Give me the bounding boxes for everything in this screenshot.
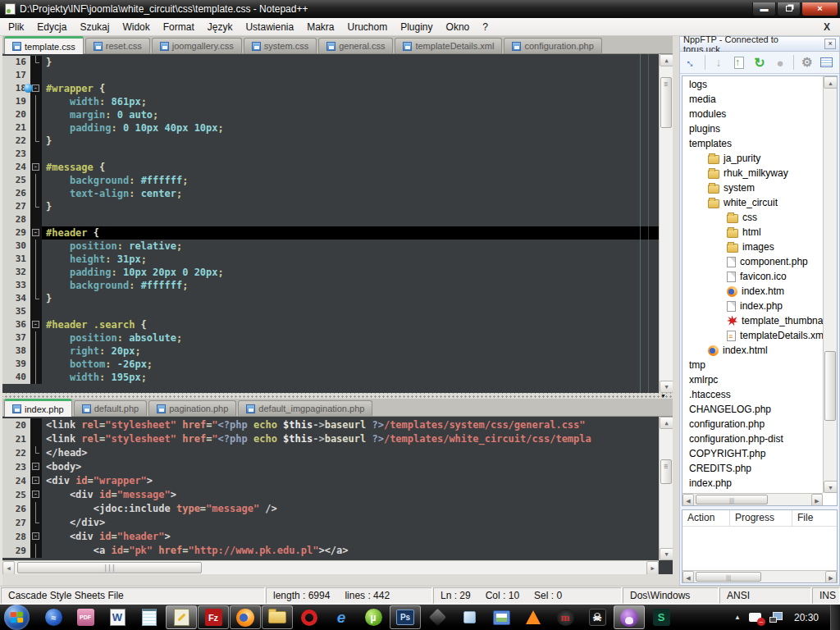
tab-general.css[interactable]: general.css xyxy=(318,38,393,53)
fold-collapse-icon[interactable]: - xyxy=(32,532,39,540)
notepad-plus-plus-taskbar-button[interactable] xyxy=(166,605,197,629)
status-eol-format[interactable]: Dos\Windows xyxy=(623,587,719,604)
scroll-thumb[interactable]: ||| xyxy=(696,495,768,504)
scroll-down-arrow[interactable]: ▼ xyxy=(824,481,838,493)
scroll-right-arrow[interactable]: ▶ xyxy=(646,561,659,574)
tree-item-templateDetails.xml[interactable]: templateDetails.xml xyxy=(682,328,823,343)
scroll-thumb[interactable]: ||| xyxy=(696,572,761,582)
menu-widok[interactable]: Widok xyxy=(116,19,156,35)
scroll-up-arrow[interactable]: ▲ xyxy=(660,417,673,429)
tab-template.css[interactable]: template.css xyxy=(4,36,84,54)
tree-item-ja_purity[interactable]: ja_purity xyxy=(682,151,823,166)
photoshop-taskbar-button[interactable]: Ps xyxy=(390,605,421,629)
menu-szukaj[interactable]: Szukaj xyxy=(73,19,116,35)
minimize-button[interactable]: ▬ xyxy=(752,2,776,16)
menu-jzyk[interactable]: Język xyxy=(201,19,240,35)
menu-plik[interactable]: Plik xyxy=(2,19,30,35)
taskbar-clock[interactable]: 20:30 xyxy=(791,612,822,623)
cube-app-taskbar-button[interactable] xyxy=(454,605,485,629)
menu-ustawienia[interactable]: Ustawienia xyxy=(239,19,300,35)
internet-explorer-taskbar-button[interactable]: e xyxy=(326,605,357,629)
media-player-taskbar-button[interactable]: ≈ xyxy=(38,605,69,629)
php-editor[interactable]: 20<link rel="stylesheet" href="<?php ech… xyxy=(2,417,673,574)
connect-icon[interactable]: ↔ xyxy=(681,52,701,72)
fold-collapse-icon[interactable]: - xyxy=(32,463,39,470)
tab-system.css[interactable]: system.css xyxy=(244,38,317,53)
inkscape-taskbar-button[interactable] xyxy=(422,605,453,629)
nppftp-panel-header[interactable]: NppFTP - Connected to torus.uck.... × xyxy=(680,37,839,52)
menu-close-button[interactable]: X xyxy=(820,21,833,33)
editor-splitter[interactable]: ▼ xyxy=(2,393,673,399)
vlc-taskbar-button[interactable] xyxy=(518,605,549,629)
scroll-right-arrow[interactable]: ▶ xyxy=(825,571,837,583)
scroll-up-arrow[interactable]: ▲ xyxy=(824,76,838,89)
tree-item-logs[interactable]: logs xyxy=(682,77,823,92)
word-taskbar-button[interactable]: W xyxy=(102,605,133,629)
panel-splitter[interactable] xyxy=(673,36,679,586)
tree-hscrollbar[interactable]: ◀ ||| ▶ xyxy=(682,493,823,505)
scroll-left-arrow[interactable]: ◀ xyxy=(682,571,694,583)
notepad-taskbar-button[interactable] xyxy=(134,605,165,629)
action-center-icon[interactable]: – xyxy=(749,613,761,622)
tree-item-index.php[interactable]: index.php xyxy=(682,299,823,313)
scroll-thumb[interactable] xyxy=(824,351,836,421)
refresh-icon[interactable]: ↻ xyxy=(752,55,767,70)
scroll-up-arrow[interactable]: ▲ xyxy=(660,54,673,66)
tree-item-system[interactable]: system xyxy=(682,180,823,195)
status-insert-mode[interactable]: INS xyxy=(812,587,840,604)
tab-pagination.php[interactable]: pagination.php xyxy=(148,400,236,416)
scroll-thumb[interactable]: ||| xyxy=(17,562,202,573)
pdf-creator-taskbar-button[interactable]: PDF xyxy=(70,605,101,629)
start-button[interactable] xyxy=(4,605,30,630)
nppftp-close-button[interactable]: × xyxy=(824,39,836,49)
tab-default.php[interactable]: default.php xyxy=(74,400,147,416)
fold-collapse-icon[interactable]: - xyxy=(32,491,39,498)
status-encoding[interactable]: ANSI xyxy=(719,587,811,604)
pidgin-taskbar-button[interactable] xyxy=(614,605,645,629)
tree-item-templates[interactable]: templates xyxy=(682,136,823,151)
tree-item-html[interactable]: html xyxy=(682,225,823,240)
tree-item-plugins[interactable]: plugins xyxy=(682,121,823,136)
tree-item-index.php[interactable]: index.php xyxy=(682,476,823,491)
tree-item-css[interactable]: css xyxy=(682,210,823,225)
tree-item-CREDITS.php[interactable]: CREDITS.php xyxy=(682,461,823,476)
close-button[interactable]: × xyxy=(801,2,838,16)
fold-collapse-icon[interactable]: - xyxy=(32,84,39,92)
scroll-thumb[interactable]: ≡ xyxy=(660,77,672,128)
show-hidden-icons-button[interactable]: ▲ xyxy=(734,614,741,621)
show-desktop-button[interactable] xyxy=(830,605,840,630)
tree-item-CHANGELOG.php[interactable]: CHANGELOG.php xyxy=(682,402,823,417)
menu-edycja[interactable]: Edycja xyxy=(30,19,73,35)
settings-icon[interactable]: ⚙ xyxy=(800,55,815,70)
tree-item-.htaccess[interactable]: .htaccess xyxy=(682,387,823,402)
tree-item-template_thumbnail.png[interactable]: template_thumbnail.png xyxy=(682,313,823,328)
download-icon[interactable]: ↓ xyxy=(711,55,726,70)
tree-item-favicon.ico[interactable]: favicon.ico xyxy=(682,269,823,284)
tab-index.php[interactable]: index.php xyxy=(4,399,72,417)
filezilla-taskbar-button[interactable]: Fz xyxy=(198,605,229,629)
tree-item-component.php[interactable]: component.php xyxy=(682,254,823,269)
utorrent-taskbar-button[interactable]: µ xyxy=(358,605,389,629)
menu-uruchom[interactable]: Uruchom xyxy=(341,19,395,35)
tab-reset.css[interactable]: reset.css xyxy=(85,38,150,53)
firefox-taskbar-button[interactable] xyxy=(230,605,261,629)
fold-collapse-icon[interactable]: - xyxy=(32,163,39,171)
fold-collapse-icon[interactable]: - xyxy=(32,321,39,328)
fold-collapse-icon[interactable]: - xyxy=(32,477,39,484)
editor2-vscrollbar[interactable]: ▲ ≡ ▼ xyxy=(659,417,673,560)
tab-configuration.php[interactable]: configuration.php xyxy=(504,38,601,53)
tree-item-configuration.php[interactable]: configuration.php xyxy=(682,417,823,431)
scroll-thumb[interactable]: ≡ xyxy=(660,459,672,484)
menu-makra[interactable]: Makra xyxy=(300,19,340,35)
css-editor[interactable]: 16}1718-#wrapper {19 width: 861px;20 mar… xyxy=(2,54,673,393)
editor2-hscrollbar[interactable]: ◀ ||| ▶ xyxy=(2,560,659,574)
screen-capture-taskbar-button[interactable]: S xyxy=(646,605,677,629)
menu-?[interactable]: ? xyxy=(476,19,495,35)
tree-item-index.htm[interactable]: index.htm xyxy=(682,284,823,299)
menu-format[interactable]: Format xyxy=(157,19,201,35)
miranda-taskbar-button[interactable]: m xyxy=(550,605,581,629)
queue-hscrollbar[interactable]: ◀ ||| ▶ xyxy=(682,570,837,582)
tree-item-index.html[interactable]: index.html xyxy=(682,343,823,358)
explorer-taskbar-button[interactable] xyxy=(262,605,293,629)
queue-column-progress[interactable]: Progress xyxy=(730,510,792,526)
